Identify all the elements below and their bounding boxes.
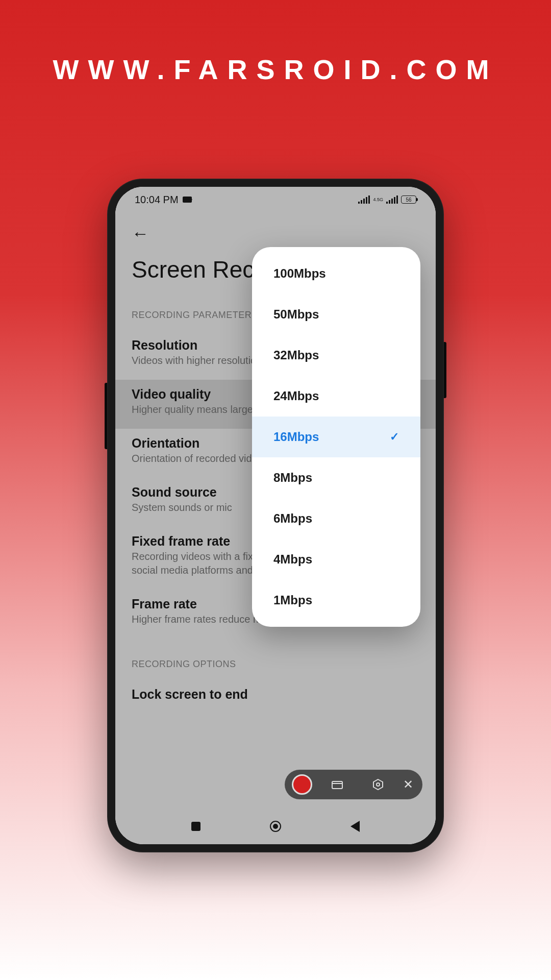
dropdown-option-50mbps[interactable]: 50Mbps [252, 294, 420, 335]
folder-icon[interactable] [321, 780, 353, 789]
dropdown-option-label: 8Mbps [273, 471, 312, 485]
battery-text: 56 [406, 197, 411, 203]
dropdown-option-label: 4Mbps [273, 552, 312, 567]
status-bar: 10:04 PM 4.5G 56 [115, 187, 436, 212]
battery-icon: 56 [401, 195, 416, 204]
nav-back-button[interactable] [348, 820, 362, 833]
phone-volume-button [105, 383, 107, 449]
svg-marker-1 [373, 779, 383, 790]
watermark-text: WWW.FARSROID.COM [0, 54, 551, 85]
nav-home-button[interactable] [269, 820, 282, 833]
svg-point-2 [377, 783, 380, 786]
dropdown-option-label: 16Mbps [273, 430, 319, 444]
nav-recents-button[interactable] [189, 820, 203, 833]
settings-icon[interactable] [362, 779, 394, 790]
dropdown-option-label: 32Mbps [273, 348, 319, 362]
phone-screen: 10:04 PM 4.5G 56 ← Screen Recorder RECOR… [115, 187, 436, 844]
phone-frame: 10:04 PM 4.5G 56 ← Screen Recorder RECOR… [107, 179, 444, 852]
dropdown-option-32mbps[interactable]: 32Mbps [252, 335, 420, 376]
dropdown-option-label: 24Mbps [273, 389, 319, 403]
check-icon: ✓ [390, 430, 399, 444]
dropdown-option-label: 50Mbps [273, 307, 319, 322]
section-recording-options: RECORDING OPTIONS [132, 639, 419, 680]
signal-icon [358, 195, 370, 204]
dropdown-option-16mbps[interactable]: 16Mbps✓ [252, 416, 420, 457]
dropdown-option-100mbps[interactable]: 100Mbps [252, 253, 420, 294]
signal-icon-2 [386, 195, 398, 204]
status-time: 10:04 PM [135, 194, 179, 206]
recording-indicator-icon [183, 197, 192, 203]
svg-rect-0 [332, 781, 342, 789]
setting-lock-screen[interactable]: Lock screen to end [132, 680, 419, 715]
dropdown-option-4mbps[interactable]: 4Mbps [252, 539, 420, 580]
dropdown-option-24mbps[interactable]: 24Mbps [252, 376, 420, 416]
dropdown-option-6mbps[interactable]: 6Mbps [252, 498, 420, 539]
android-nav-bar [115, 808, 436, 844]
close-toolbar-button[interactable]: ✕ [403, 777, 415, 792]
dropdown-option-label: 1Mbps [273, 593, 312, 607]
setting-lock-screen-title: Lock screen to end [132, 687, 419, 703]
record-button[interactable] [292, 774, 312, 795]
video-quality-dropdown: 100Mbps50Mbps32Mbps24Mbps16Mbps✓8Mbps6Mb… [252, 247, 420, 627]
dropdown-option-label: 100Mbps [273, 266, 326, 281]
dropdown-option-1mbps[interactable]: 1Mbps [252, 580, 420, 621]
network-label: 4.5G [373, 198, 383, 202]
recorder-floating-toolbar[interactable]: ✕ [285, 770, 422, 799]
phone-power-button [444, 342, 446, 398]
dropdown-option-label: 6Mbps [273, 511, 312, 526]
dropdown-option-8mbps[interactable]: 8Mbps [252, 457, 420, 498]
